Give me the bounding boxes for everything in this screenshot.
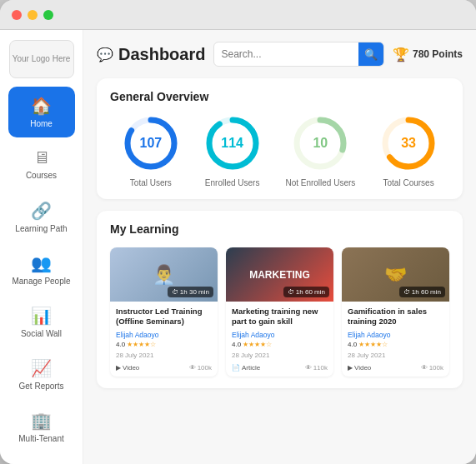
course-rating-0: 4.0 ★★★★☆ — [116, 341, 156, 348]
circle-enrolled-users: 114 — [204, 115, 261, 172]
duration-value-1: 1h 60 min — [296, 288, 325, 296]
clock-icon-1: ⏱ — [288, 288, 294, 296]
duration-value-2: 1h 60 min — [412, 288, 441, 296]
course-author-2: Elijah Adaoyo — [348, 331, 443, 339]
sidebar: Your Logo Here 🏠 Home 🖥 Courses 🔗 Learni… — [0, 30, 83, 464]
course-date-1: 28 July 2021 — [232, 352, 328, 359]
eye-icon-1: 👁 — [305, 364, 312, 372]
stat-total-users: 107 Total Users — [123, 115, 179, 187]
header: 💬 Dashboard 🔍 🏆 780 Points — [97, 42, 463, 67]
sidebar-label-get-reports: Get Reports — [19, 382, 64, 391]
search-bar[interactable]: 🔍 — [213, 42, 384, 67]
course-title-1: Marketing training new part to gain skil… — [232, 307, 328, 327]
sidebar-item-manage-people[interactable]: 👥 Manage People — [8, 244, 75, 295]
course-date-0: 28 July 2021 — [116, 352, 212, 359]
clock-icon-0: ⏱ — [172, 288, 178, 296]
maximize-dot[interactable] — [43, 10, 53, 20]
titlebar — [0, 0, 476, 30]
my-learning-title: My Learning — [110, 222, 449, 236]
circle-total-users: 107 — [123, 115, 179, 172]
course-info-2: Gamification in sales training 2020 Elij… — [342, 302, 449, 364]
search-icon: 🔍 — [364, 48, 378, 61]
course-views-0: 👁 100k — [189, 364, 212, 372]
sidebar-item-social-wall[interactable]: 📊 Social Wall — [8, 297, 75, 347]
stat-label-not-enrolled: Not Enrolled Users — [285, 178, 355, 187]
course-type-2: ▶ Video — [348, 364, 371, 372]
search-button[interactable]: 🔍 — [358, 42, 383, 67]
points-badge: 🏆 780 Points — [393, 47, 463, 62]
course-author-1: Elijah Adaoyo — [232, 331, 328, 339]
course-rating-2: 4.0 ★★★★☆ — [348, 341, 388, 348]
course-date-2: 28 July 2021 — [348, 352, 443, 359]
multi-tenant-icon: 🏢 — [31, 411, 52, 431]
course-author-0: Elijah Adaoyo — [116, 331, 212, 339]
courses-icon: 🖥 — [33, 148, 50, 167]
search-input[interactable] — [214, 48, 358, 60]
course-info-0: Instructor Led Training (Offline Seminar… — [110, 302, 218, 364]
sidebar-item-multi-tenant[interactable]: 🏢 Multi-Tenant — [8, 402, 75, 452]
course-card-0[interactable]: 👨‍💼 ⏱ 1h 30 min Instructor Led Training … — [110, 247, 218, 377]
get-reports-icon: 📈 — [31, 358, 52, 378]
course-thumb-0: 👨‍💼 ⏱ 1h 30 min — [110, 247, 218, 302]
stat-label-enrolled: Enrolled Users — [205, 178, 260, 187]
play-icon-2: ▶ — [348, 364, 353, 372]
overview-title: General Overview — [110, 90, 449, 103]
course-meta-0: 4.0 ★★★★☆ — [116, 341, 212, 348]
main-content: 💬 Dashboard 🔍 🏆 780 Points General Overv… — [83, 30, 476, 464]
social-wall-icon: 📊 — [31, 306, 52, 326]
sidebar-item-courses[interactable]: 🖥 Courses — [8, 139, 75, 190]
duration-badge-0: ⏱ 1h 30 min — [168, 287, 213, 297]
course-footer-1: 📄 Article 👁 110k — [226, 364, 333, 377]
sidebar-item-get-reports[interactable]: 📈 Get Reports — [8, 349, 75, 400]
header-title-group: 💬 Dashboard — [97, 45, 205, 64]
course-info-1: Marketing training new part to gain skil… — [226, 302, 333, 364]
course-thumb-1: MARKETING ⏱ 1h 60 min — [226, 247, 333, 302]
sidebar-label-home: Home — [30, 119, 53, 128]
my-learning-card: My Learning 👨‍💼 ⏱ 1h 30 min Instructo — [97, 211, 463, 388]
overview-grid: 107 Total Users 114 Enrol — [110, 115, 449, 187]
sidebar-label-social-wall: Social Wall — [21, 329, 62, 338]
eye-icon-0: 👁 — [189, 364, 196, 372]
course-rating-1: 4.0 ★★★★☆ — [232, 341, 272, 348]
stat-value-enrolled: 114 — [221, 136, 243, 151]
close-dot[interactable] — [12, 10, 22, 20]
stat-enrolled-users: 114 Enrolled Users — [204, 115, 261, 187]
stat-not-enrolled: 10 Not Enrolled Users — [285, 115, 355, 187]
article-icon-1: 📄 — [232, 364, 240, 372]
points-value: 780 Points — [413, 48, 463, 60]
stars-0: ★★★★☆ — [127, 341, 156, 348]
learning-grid: 👨‍💼 ⏱ 1h 30 min Instructor Led Training … — [110, 247, 449, 377]
stat-total-courses: 33 Total Courses — [380, 115, 437, 187]
logo-text: Your Logo Here — [13, 53, 71, 64]
sidebar-item-learning-path[interactable]: 🔗 Learning Path — [8, 192, 75, 242]
stat-value-users: 107 — [140, 136, 163, 151]
course-card-2[interactable]: 🤝 ⏱ 1h 60 min Gamification in sales trai… — [342, 247, 449, 377]
overview-card: General Overview 107 Total Users — [97, 78, 463, 199]
sidebar-label-learning-path: Learning Path — [15, 224, 67, 233]
stat-label-users: Total Users — [130, 178, 172, 187]
logo-box: Your Logo Here — [9, 40, 74, 78]
manage-people-icon: 👥 — [31, 253, 52, 273]
eye-icon-2: 👁 — [421, 364, 428, 372]
course-title-2: Gamification in sales training 2020 — [348, 307, 443, 327]
learning-path-icon: 🔗 — [31, 201, 52, 221]
sidebar-label-multi-tenant: Multi-Tenant — [18, 434, 63, 443]
clock-icon-2: ⏱ — [403, 288, 410, 296]
course-type-0: ▶ Video — [116, 364, 139, 372]
course-views-2: 👁 100k — [421, 364, 443, 372]
duration-badge-1: ⏱ 1h 60 min — [283, 287, 329, 297]
minimize-dot[interactable] — [28, 10, 38, 20]
stars-2: ★★★★☆ — [358, 341, 388, 348]
duration-value-0: 1h 30 min — [180, 288, 209, 296]
course-title-0: Instructor Led Training (Offline Seminar… — [116, 307, 212, 327]
course-card-1[interactable]: MARKETING ⏱ 1h 60 min Marketing training… — [226, 247, 333, 377]
stat-value-not-enrolled: 10 — [313, 136, 328, 151]
sidebar-item-home[interactable]: 🏠 Home — [8, 87, 75, 137]
circle-not-enrolled: 10 — [292, 115, 348, 172]
sidebar-label-courses: Courses — [26, 171, 57, 180]
sidebar-label-manage-people: Manage People — [12, 277, 70, 286]
course-footer-0: ▶ Video 👁 100k — [110, 364, 218, 377]
trophy-icon: 🏆 — [393, 47, 409, 62]
home-icon: 🏠 — [31, 96, 52, 116]
stat-value-courses: 33 — [401, 136, 416, 151]
